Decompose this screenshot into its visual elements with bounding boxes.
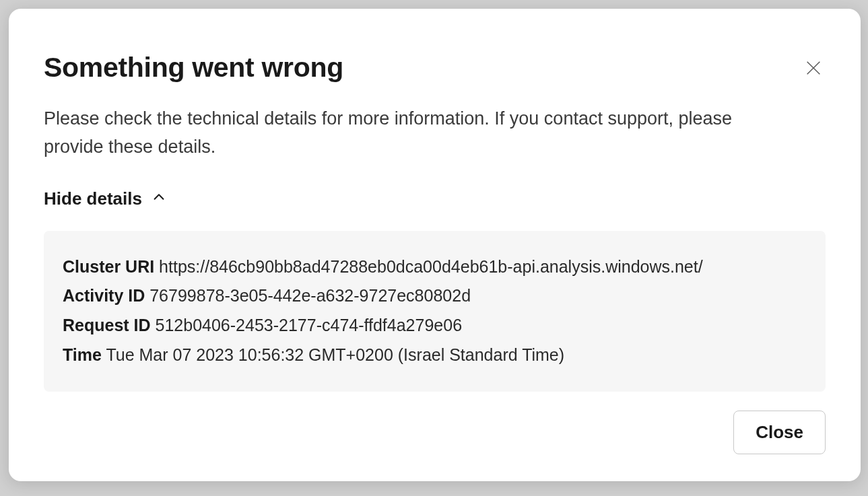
technical-details-box: Cluster URI https://846cb90bb8ad47288eb0… — [44, 231, 826, 392]
time-label: Time — [63, 345, 102, 364]
toggle-details-label: Hide details — [44, 188, 142, 209]
modal-title: Something went wrong — [44, 52, 343, 83]
cluster-uri-value: https://846cb90bb8ad47288eb0dca00d4eb61b… — [159, 257, 703, 276]
error-modal: Something went wrong Please check the te… — [9, 9, 861, 481]
close-button[interactable]: Close — [733, 411, 826, 454]
cluster-uri-label: Cluster URI — [63, 257, 154, 276]
close-icon — [804, 59, 823, 79]
time-value: Tue Mar 07 2023 10:56:32 GMT+0200 (Israe… — [106, 345, 564, 364]
modal-footer: Close — [44, 411, 826, 454]
activity-id-label: Activity ID — [63, 286, 145, 305]
request-id-label: Request ID — [63, 316, 151, 334]
modal-description: Please check the technical details for m… — [44, 105, 758, 162]
toggle-details-button[interactable]: Hide details — [44, 188, 166, 209]
chevron-up-icon — [152, 188, 166, 209]
close-icon-button[interactable] — [801, 56, 826, 82]
detail-row-activity-id: Activity ID 76799878-3e05-442e-a632-9727… — [63, 281, 807, 311]
detail-row-cluster-uri: Cluster URI https://846cb90bb8ad47288eb0… — [63, 252, 807, 282]
request-id-value: 512b0406-2453-2177-c474-ffdf4a279e06 — [156, 316, 463, 334]
detail-row-time: Time Tue Mar 07 2023 10:56:32 GMT+0200 (… — [63, 341, 807, 370]
detail-row-request-id: Request ID 512b0406-2453-2177-c474-ffdf4… — [63, 311, 807, 341]
modal-header: Something went wrong — [44, 52, 826, 83]
activity-id-value: 76799878-3e05-442e-a632-9727ec80802d — [149, 286, 471, 305]
